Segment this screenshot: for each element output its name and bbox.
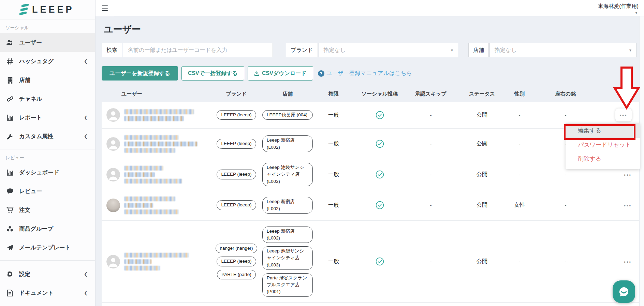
ellipsis-icon: ••• <box>624 172 632 177</box>
menu-toggle-button[interactable] <box>96 0 114 16</box>
sidebar-item-reviews[interactable]: レビュー <box>0 182 95 201</box>
gender-cell-value: - <box>519 172 521 177</box>
chat-widget-button[interactable] <box>613 280 635 303</box>
main-area: 東海林愛(作業用) ▼ ユーザー 検索 ブランド 指定なし ▼ <box>96 0 644 306</box>
sidebar-item-orders[interactable]: 注文 <box>0 201 95 219</box>
status-cell-value: 公開 <box>477 171 487 178</box>
approval-skip-cell-value: - <box>430 202 432 208</box>
search-input[interactable] <box>123 47 273 53</box>
sidebar-section-label: ソーシャル <box>0 19 95 33</box>
bar-chart-icon <box>5 169 14 176</box>
col-header-motto: 座右の銘 <box>531 91 600 97</box>
status-cell-value: 公開 <box>477 140 487 147</box>
ellipsis-icon: ••• <box>620 113 628 118</box>
gender-cell-value: - <box>519 141 521 147</box>
gender-cell: - <box>508 141 531 147</box>
menu-item-password-reset[interactable]: パスワードリセット <box>566 138 640 152</box>
chevron-down-icon[interactable]: ▼ <box>635 11 638 15</box>
wrench-icon <box>5 133 14 140</box>
menu-item-edit[interactable]: 編集する <box>566 123 640 138</box>
chevron-left-icon: ❮ <box>84 272 88 277</box>
sidebar-section-label: レビュー <box>0 149 95 163</box>
document-icon <box>5 290 14 296</box>
sidebar-item-stores[interactable]: 店舗 <box>0 71 95 89</box>
register-user-button[interactable]: ユーザーを新規登録する <box>102 66 178 81</box>
sidebar-item-dashboard[interactable]: ダッシュボード <box>0 163 95 182</box>
csv-bulk-register-button[interactable]: CSVで一括登録する <box>181 66 244 81</box>
social-post-cell <box>354 140 405 148</box>
actions-cell: ••• <box>600 259 639 265</box>
help-icon: ? <box>318 70 324 77</box>
users-icon <box>5 39 14 46</box>
social-post-check-icon <box>376 111 384 119</box>
sidebar-item-label: ドキュメント <box>19 289 54 297</box>
sidebar-item-users[interactable]: ユーザー <box>0 33 95 52</box>
store-pill: Parte 渋谷スクランブルスクエア店 (P001) <box>262 273 313 297</box>
brand-cell: LEEEP (leeep) <box>211 110 262 120</box>
row-actions-button[interactable]: ••• <box>624 202 632 208</box>
permission-cell: 一般 <box>313 258 354 265</box>
store-pill: LEEEP秋葉原 (004) <box>262 110 313 120</box>
user-menu[interactable]: 東海林愛(作業用) <box>598 3 639 10</box>
redacted-text-line <box>124 266 160 271</box>
approval-skip-cell-value: - <box>430 172 432 177</box>
redacted-text-line <box>124 259 151 264</box>
social-post-cell <box>354 201 405 209</box>
hashtag-icon <box>5 58 14 65</box>
col-header-user: ユーザー <box>102 91 211 97</box>
row-actions-button[interactable]: ••• <box>624 172 632 178</box>
store-cell: Leeep 新宿店 (L002) <box>262 135 313 152</box>
avatar <box>106 199 120 212</box>
sidebar-item-label: レビュー <box>19 188 42 195</box>
sidebar-item-reports[interactable]: レポート❮ <box>0 108 95 127</box>
redacted-text-line <box>124 116 184 121</box>
table-row: LEEEP (leeep)Leeep 池袋サンシャインシティ店 (L003)一般… <box>102 159 639 190</box>
sidebar-item-settings[interactable]: 設定❮ <box>0 265 95 283</box>
caret-down-icon: ▼ <box>450 48 454 52</box>
sidebar-item-custom-attributes[interactable]: カスタム属性❮ <box>0 127 95 146</box>
store-select[interactable]: 指定なし ▼ <box>489 43 636 57</box>
redacted-text-line <box>124 203 153 208</box>
motto-cell-value: - <box>565 202 567 208</box>
col-header-gender: 性別 <box>508 91 531 97</box>
brand-pill: LEEEP (leeep) <box>217 200 256 210</box>
sidebar-item-channels[interactable]: チャネル <box>0 89 95 108</box>
brand-select[interactable]: 指定なし ▼ <box>319 43 458 57</box>
sidebar-item-mail-templates[interactable]: メールテンプレート <box>0 238 95 257</box>
logo[interactable]: LEEEP <box>0 0 95 19</box>
bar-chart-icon <box>5 114 14 121</box>
brand-pill: LEEEP (leeep) <box>217 110 256 120</box>
social-post-cell <box>354 170 405 179</box>
sidebar-item-product-groups[interactable]: 商品グループ <box>0 219 95 238</box>
store-filter-group: 店舗 指定なし ▼ <box>468 43 636 57</box>
partial-next-row <box>102 302 639 306</box>
row-actions-button[interactable]: ••• <box>615 108 632 121</box>
gear-icon <box>5 271 14 278</box>
col-header-approval-skip: 承認スキップ <box>405 91 456 97</box>
sidebar-item-label: レポート <box>19 114 42 121</box>
user-manual-link[interactable]: ? ユーザー登録マニュアルはこちら <box>318 70 412 77</box>
status-cell: 公開 <box>456 258 508 265</box>
scrollbar[interactable] <box>640 16 644 306</box>
sidebar-item-hashtags[interactable]: ハッシュタグ❮ <box>0 52 95 71</box>
col-header-social-post: ソーシャル投稿 <box>354 91 405 97</box>
store-pill: Leeep 池袋サンシャインシティ店 (L003) <box>262 246 313 270</box>
status-cell: 公開 <box>456 140 508 147</box>
brand-cell: LEEEP (leeep) <box>211 200 262 210</box>
approval-skip-cell: - <box>405 259 456 264</box>
logo-text: LEEEP <box>32 4 74 15</box>
sidebar-item-label: 設定 <box>19 271 30 278</box>
table-row: LEEEP (leeep)Leeep 新宿店 (L002)一般-公開--••• <box>102 128 639 159</box>
menu-item-delete[interactable]: 削除する <box>566 152 640 166</box>
approval-skip-cell: - <box>405 112 456 118</box>
csv-download-button[interactable]: CSVダウンロード <box>248 66 313 81</box>
sidebar-item-documents[interactable]: ドキュメント❮ <box>0 283 95 302</box>
sidebar-section: レビューダッシュボードレビュー注文商品グループメールテンプレート <box>0 149 95 257</box>
permission-cell-value: 一般 <box>328 112 339 119</box>
brand-pill: PARTE (parte) <box>217 270 255 279</box>
approval-skip-cell: - <box>405 141 456 147</box>
store-pill: Leeep 新宿店 (L002) <box>262 135 313 152</box>
store-cell: Leeep 池袋サンシャインシティ店 (L003) <box>262 163 313 186</box>
motto-cell: - <box>531 202 600 208</box>
row-actions-button[interactable]: ••• <box>624 259 632 265</box>
